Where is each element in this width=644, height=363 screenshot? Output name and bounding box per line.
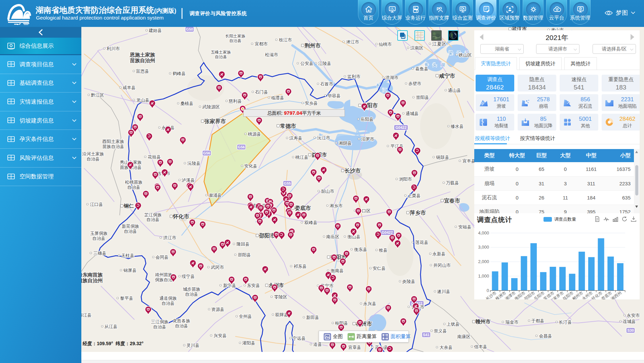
svg-text:攸县: 攸县 bbox=[378, 248, 388, 253]
svg-text:安福县: 安福县 bbox=[458, 224, 472, 229]
svg-text:安乡县: 安乡县 bbox=[305, 101, 318, 106]
svg-text:自治县: 自治县 bbox=[147, 217, 160, 222]
svg-text:苗族自治县: 苗族自治县 bbox=[103, 144, 124, 149]
svg-text:长汀县: 长汀县 bbox=[559, 320, 572, 325]
svg-text:靖州苗族: 靖州苗族 bbox=[155, 272, 172, 277]
svg-text:上犹县: 上犹县 bbox=[447, 322, 460, 327]
svg-text:汨罗市: 汨罗市 bbox=[361, 137, 374, 142]
svg-text:临澧县: 临澧县 bbox=[271, 95, 284, 100]
svg-text:洪江市: 洪江市 bbox=[163, 235, 176, 240]
svg-text:江陵县: 江陵县 bbox=[318, 61, 331, 66]
svg-text:怀化市: 怀化市 bbox=[172, 213, 189, 219]
svg-text:建始县: 建始县 bbox=[149, 28, 162, 33]
svg-text:1,000: 1,000 bbox=[478, 274, 489, 279]
svg-text:五峰土家族: 五峰土家族 bbox=[211, 50, 231, 55]
svg-text:G55: G55 bbox=[284, 181, 291, 185]
svg-text:宁远县: 宁远县 bbox=[293, 336, 306, 341]
svg-text:榕江县: 榕江县 bbox=[81, 313, 92, 318]
svg-text:恩施土家族: 恩施土家族 bbox=[130, 52, 156, 58]
svg-text:自治县: 自治县 bbox=[87, 156, 100, 161]
svg-text:新晃侗族: 新晃侗族 bbox=[122, 224, 139, 229]
svg-text:咸丰县: 咸丰县 bbox=[123, 85, 136, 90]
svg-text:双峰县: 双峰县 bbox=[304, 220, 318, 225]
svg-text:会同县: 会同县 bbox=[156, 255, 169, 260]
svg-text:酉阳土家族: 酉阳土家族 bbox=[103, 139, 124, 144]
svg-text:松桃苗族: 松桃苗族 bbox=[125, 180, 143, 185]
svg-text:灌阳县: 灌阳县 bbox=[242, 340, 255, 346]
svg-text:萍乡市: 萍乡市 bbox=[409, 210, 426, 216]
svg-text:利川市: 利川市 bbox=[107, 46, 120, 51]
svg-text:黎平县: 黎平县 bbox=[120, 296, 133, 301]
svg-text:宜章县: 宜章县 bbox=[348, 345, 361, 350]
svg-text:隆回县: 隆回县 bbox=[237, 242, 250, 247]
svg-text:宜春市: 宜春市 bbox=[444, 197, 460, 204]
svg-text:汉寿县: 汉寿县 bbox=[289, 136, 303, 141]
svg-text:自治县: 自治县 bbox=[185, 292, 198, 297]
svg-text:桑植县: 桑植县 bbox=[180, 101, 194, 106]
svg-text:通山县: 通山县 bbox=[448, 88, 461, 93]
svg-text:桃江县: 桃江县 bbox=[295, 155, 309, 160]
svg-text:三穗县: 三穗县 bbox=[93, 251, 107, 256]
svg-text:莲花县: 莲花县 bbox=[415, 240, 429, 245]
svg-text:沅陵县: 沅陵县 bbox=[187, 161, 201, 166]
svg-text:灵川县: 灵川县 bbox=[187, 343, 200, 348]
svg-text:咸宁市: 咸宁市 bbox=[439, 73, 455, 79]
svg-text:崇阳县: 崇阳县 bbox=[416, 95, 429, 100]
svg-text:娄底市: 娄底市 bbox=[295, 205, 311, 211]
svg-text:黔江区: 黔江区 bbox=[91, 93, 104, 98]
svg-text:3,000: 3,000 bbox=[478, 245, 489, 250]
svg-text:长沙市: 长沙市 bbox=[345, 168, 361, 174]
svg-text:慈利县: 慈利县 bbox=[229, 99, 242, 104]
svg-text:鹤峰县: 鹤峰县 bbox=[173, 71, 186, 76]
svg-text:溆浦县: 溆浦县 bbox=[209, 193, 222, 198]
svg-text:永兴县: 永兴县 bbox=[363, 301, 376, 306]
svg-text:上栗县: 上栗县 bbox=[408, 193, 421, 198]
svg-text:从江县: 从江县 bbox=[105, 324, 118, 329]
svg-text:武冈市: 武冈市 bbox=[211, 265, 224, 270]
svg-text:宜丰县: 宜丰县 bbox=[462, 158, 476, 164]
svg-text:通道侗族: 通道侗族 bbox=[159, 296, 177, 301]
svg-text:江: 江 bbox=[382, 87, 387, 93]
svg-text:万载县: 万载县 bbox=[446, 180, 459, 185]
svg-text:玉屏侗族: 玉屏侗族 bbox=[90, 231, 108, 236]
svg-text:三江侗族: 三江侗族 bbox=[151, 319, 168, 324]
svg-text:零陵区: 零陵区 bbox=[274, 294, 287, 299]
svg-text:桃源县: 桃源县 bbox=[248, 132, 261, 137]
svg-text:永安市: 永安市 bbox=[627, 313, 640, 318]
svg-text:连城县: 连城县 bbox=[623, 319, 636, 324]
svg-text:泸溪县: 泸溪县 bbox=[182, 178, 195, 183]
svg-text:自治县: 自治县 bbox=[175, 323, 188, 328]
svg-text:道县: 道县 bbox=[313, 342, 322, 347]
svg-text:通城县: 通城县 bbox=[406, 111, 419, 116]
svg-text:潜江市: 潜江市 bbox=[346, 39, 359, 44]
svg-text:天柱县: 天柱县 bbox=[121, 253, 134, 258]
svg-text:G56: G56 bbox=[238, 145, 245, 149]
svg-text:于都县: 于都县 bbox=[531, 318, 545, 323]
svg-text:汉南区: 汉南区 bbox=[410, 45, 424, 50]
svg-text:安化县: 安化县 bbox=[244, 164, 257, 169]
svg-text:祁东县: 祁东县 bbox=[294, 264, 307, 269]
svg-text:石首市: 石首市 bbox=[320, 81, 333, 86]
svg-text:赣州市: 赣州市 bbox=[475, 319, 491, 324]
svg-text:公安县: 公安县 bbox=[300, 61, 314, 66]
svg-text:宣恩县: 宣恩县 bbox=[136, 69, 149, 74]
svg-text:江夏区: 江夏区 bbox=[432, 41, 446, 46]
svg-text:荆州市: 荆州市 bbox=[304, 42, 321, 48]
svg-text:花垣县: 花垣县 bbox=[148, 154, 161, 159]
svg-text:侗族自治: 侗族自治 bbox=[155, 277, 173, 282]
svg-text:遂川县: 遂川县 bbox=[437, 289, 450, 294]
svg-text:修水县: 修水县 bbox=[451, 124, 464, 129]
svg-text:G50: G50 bbox=[186, 27, 193, 31]
svg-text:G0422: G0422 bbox=[395, 125, 406, 130]
svg-text:岳阳县: 岳阳县 bbox=[361, 117, 374, 122]
svg-text:0: 0 bbox=[487, 288, 489, 293]
svg-text:邵阳市: 邵阳市 bbox=[259, 232, 275, 239]
svg-text:仙桃市: 仙桃市 bbox=[379, 42, 392, 47]
svg-text:沅江市: 沅江市 bbox=[317, 135, 330, 140]
svg-text:龙胜各族: 龙胜各族 bbox=[173, 318, 190, 323]
svg-text:自治县: 自治县 bbox=[215, 55, 227, 59]
svg-text:宜都市: 宜都市 bbox=[255, 41, 268, 46]
svg-text:洪湖市: 洪湖市 bbox=[386, 75, 399, 80]
svg-text:自治县: 自治县 bbox=[153, 324, 166, 329]
svg-text:兴安县: 兴安县 bbox=[214, 333, 227, 338]
